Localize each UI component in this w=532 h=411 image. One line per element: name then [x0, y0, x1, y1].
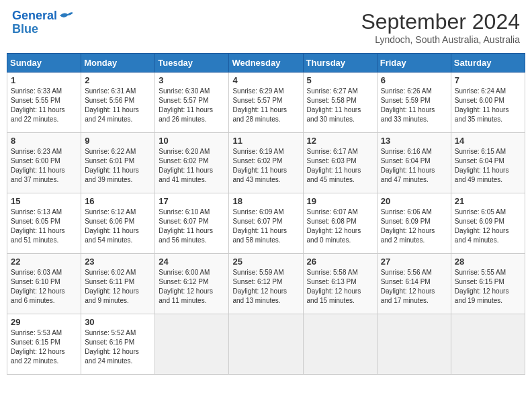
calendar-cell: 30 Sunrise: 5:52 AM Sunset: 6:16 PM Dayl…: [81, 314, 155, 375]
sunset-label: Sunset: 5:57 PM: [159, 97, 208, 104]
daylight-label: Daylight: 12 hours and 15 minutes.: [307, 287, 361, 304]
day-number: 23: [85, 257, 151, 267]
calendar-week-row: 15 Sunrise: 6:13 AM Sunset: 6:05 PM Dayl…: [7, 193, 525, 254]
calendar-cell: 22 Sunrise: 6:03 AM Sunset: 6:10 PM Dayl…: [7, 254, 81, 314]
day-header-saturday: Saturday: [451, 54, 525, 73]
sunrise-label: Sunrise: 5:59 AM: [232, 269, 283, 276]
calendar-cell: [155, 314, 229, 375]
logo-bird-icon: [58, 10, 73, 22]
calendar-cell: 29 Sunrise: 5:53 AM Sunset: 6:15 PM Dayl…: [7, 314, 81, 375]
day-number: 1: [11, 75, 77, 85]
sunset-label: Sunset: 6:07 PM: [159, 218, 208, 225]
sunset-label: Sunset: 5:58 PM: [307, 97, 357, 104]
sunset-label: Sunset: 6:12 PM: [232, 278, 282, 285]
calendar-cell: 18 Sunrise: 6:09 AM Sunset: 6:07 PM Dayl…: [229, 193, 303, 254]
day-info: Sunrise: 6:16 AM Sunset: 6:04 PM Dayligh…: [381, 147, 447, 185]
calendar-cell: 6 Sunrise: 6:26 AM Sunset: 5:59 PM Dayli…: [377, 73, 451, 133]
day-info: Sunrise: 6:10 AM Sunset: 6:07 PM Dayligh…: [159, 208, 225, 245]
day-info: Sunrise: 6:29 AM Sunset: 5:57 PM Dayligh…: [232, 87, 299, 124]
sunset-label: Sunset: 6:06 PM: [85, 218, 134, 225]
daylight-label: Daylight: 11 hours and 58 minutes.: [232, 227, 287, 244]
day-number: 20: [381, 196, 447, 206]
sunset-label: Sunset: 6:02 PM: [159, 157, 208, 165]
day-number: 13: [381, 136, 447, 146]
day-number: 19: [307, 196, 373, 206]
location: Lyndoch, South Australia, Australia: [361, 34, 520, 45]
calendar-cell: 16 Sunrise: 6:12 AM Sunset: 6:06 PM Dayl…: [81, 193, 155, 254]
sunrise-label: Sunrise: 6:29 AM: [232, 87, 283, 95]
calendar-cell: 13 Sunrise: 6:16 AM Sunset: 6:04 PM Dayl…: [377, 133, 451, 193]
day-info: Sunrise: 6:19 AM Sunset: 6:02 PM Dayligh…: [232, 147, 299, 185]
day-info: Sunrise: 5:55 AM Sunset: 6:15 PM Dayligh…: [455, 268, 521, 306]
calendar-week-row: 29 Sunrise: 5:53 AM Sunset: 6:15 PM Dayl…: [7, 314, 525, 375]
calendar-cell: 19 Sunrise: 6:07 AM Sunset: 6:08 PM Dayl…: [303, 193, 377, 254]
sunset-label: Sunset: 6:08 PM: [307, 218, 357, 225]
sunrise-label: Sunrise: 6:26 AM: [381, 87, 432, 95]
day-number: 4: [232, 75, 299, 85]
daylight-label: Daylight: 12 hours and 13 minutes.: [232, 287, 287, 304]
sunset-label: Sunset: 6:15 PM: [11, 338, 60, 346]
daylight-label: Daylight: 12 hours and 9 minutes.: [85, 287, 139, 304]
calendar-cell: 20 Sunrise: 6:06 AM Sunset: 6:09 PM Dayl…: [377, 193, 451, 254]
sunset-label: Sunset: 6:13 PM: [307, 278, 357, 285]
logo-text: General: [12, 9, 57, 23]
calendar-cell: 5 Sunrise: 6:27 AM Sunset: 5:58 PM Dayli…: [303, 73, 377, 133]
day-info: Sunrise: 6:09 AM Sunset: 6:07 PM Dayligh…: [232, 208, 299, 245]
day-number: 8: [11, 136, 77, 146]
sunrise-label: Sunrise: 6:03 AM: [11, 269, 62, 276]
day-info: Sunrise: 6:31 AM Sunset: 5:56 PM Dayligh…: [85, 87, 151, 124]
day-number: 21: [455, 196, 521, 206]
sunrise-label: Sunrise: 5:52 AM: [85, 329, 136, 336]
calendar-week-row: 1 Sunrise: 6:33 AM Sunset: 5:55 PM Dayli…: [7, 73, 525, 133]
day-number: 5: [307, 75, 373, 85]
daylight-label: Daylight: 11 hours and 49 minutes.: [455, 167, 509, 183]
day-info: Sunrise: 6:06 AM Sunset: 6:09 PM Dayligh…: [381, 208, 447, 245]
daylight-label: Daylight: 11 hours and 47 minutes.: [381, 167, 435, 183]
sunrise-label: Sunrise: 6:06 AM: [381, 208, 432, 216]
logo: General Blue: [12, 9, 73, 36]
day-header-wednesday: Wednesday: [229, 54, 303, 73]
sunrise-label: Sunrise: 6:16 AM: [381, 148, 432, 155]
day-number: 15: [11, 196, 77, 206]
day-number: 9: [85, 136, 151, 146]
day-info: Sunrise: 6:26 AM Sunset: 5:59 PM Dayligh…: [381, 87, 447, 124]
calendar-cell: 7 Sunrise: 6:24 AM Sunset: 6:00 PM Dayli…: [451, 73, 525, 133]
sunrise-label: Sunrise: 6:27 AM: [307, 87, 358, 95]
calendar-cell: 12 Sunrise: 6:17 AM Sunset: 6:03 PM Dayl…: [303, 133, 377, 193]
day-info: Sunrise: 6:24 AM Sunset: 6:00 PM Dayligh…: [455, 87, 521, 124]
daylight-label: Daylight: 11 hours and 51 minutes.: [11, 227, 65, 244]
day-number: 24: [159, 257, 225, 267]
day-info: Sunrise: 6:12 AM Sunset: 6:06 PM Dayligh…: [85, 208, 151, 245]
day-info: Sunrise: 6:20 AM Sunset: 6:02 PM Dayligh…: [159, 147, 225, 185]
day-number: 2: [85, 75, 151, 85]
calendar-cell: [451, 314, 525, 375]
calendar-cell: 27 Sunrise: 5:56 AM Sunset: 6:14 PM Dayl…: [377, 254, 451, 314]
daylight-label: Daylight: 11 hours and 39 minutes.: [85, 167, 139, 183]
sunrise-label: Sunrise: 6:10 AM: [159, 208, 210, 216]
sunrise-label: Sunrise: 6:07 AM: [307, 208, 358, 216]
daylight-label: Daylight: 11 hours and 28 minutes.: [232, 106, 287, 123]
calendar-week-row: 8 Sunrise: 6:23 AM Sunset: 6:00 PM Dayli…: [7, 133, 525, 193]
day-header-sunday: Sunday: [7, 54, 81, 73]
calendar-cell: 21 Sunrise: 6:05 AM Sunset: 6:09 PM Dayl…: [451, 193, 525, 254]
sunset-label: Sunset: 5:56 PM: [85, 97, 134, 104]
day-info: Sunrise: 6:15 AM Sunset: 6:04 PM Dayligh…: [455, 147, 521, 185]
day-info: Sunrise: 6:33 AM Sunset: 5:55 PM Dayligh…: [11, 87, 77, 124]
daylight-label: Daylight: 11 hours and 30 minutes.: [307, 106, 361, 123]
calendar-cell: 1 Sunrise: 6:33 AM Sunset: 5:55 PM Dayli…: [7, 73, 81, 133]
sunrise-label: Sunrise: 5:55 AM: [455, 269, 506, 276]
title-area: September 2024 Lyndoch, South Australia,…: [361, 9, 520, 45]
calendar-cell: 8 Sunrise: 6:23 AM Sunset: 6:00 PM Dayli…: [7, 133, 81, 193]
daylight-label: Daylight: 11 hours and 24 minutes.: [85, 106, 139, 123]
day-number: 17: [159, 196, 225, 206]
daylight-label: Daylight: 11 hours and 43 minutes.: [232, 167, 287, 183]
daylight-label: Daylight: 11 hours and 33 minutes.: [381, 106, 435, 123]
sunset-label: Sunset: 6:00 PM: [11, 157, 60, 165]
sunrise-label: Sunrise: 6:20 AM: [159, 148, 210, 155]
sunset-label: Sunset: 6:12 PM: [159, 278, 208, 285]
sunset-label: Sunset: 6:00 PM: [455, 97, 504, 104]
day-number: 25: [232, 257, 299, 267]
day-number: 12: [307, 136, 373, 146]
calendar-cell: 9 Sunrise: 6:22 AM Sunset: 6:01 PM Dayli…: [81, 133, 155, 193]
day-header-friday: Friday: [377, 54, 451, 73]
